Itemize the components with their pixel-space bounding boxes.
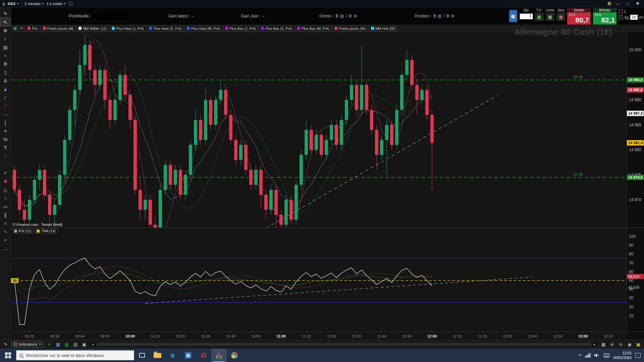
legend-item-tma-14-[interactable]: TMA (14)	[35, 228, 57, 234]
taskbar-app-trading-platform[interactable]	[211, 349, 227, 362]
check-tool[interactable]: ✔	[0, 169, 10, 177]
share-icon[interactable]: <	[46, 341, 53, 348]
taskbar-app-opera-browser[interactable]: O	[196, 349, 211, 362]
trash-tool[interactable]: ▯	[0, 68, 10, 76]
ellipse-tool[interactable]: ○	[0, 194, 10, 202]
taskbar-app-edge-browser[interactable]: e	[165, 349, 180, 362]
scrollbar-thumb[interactable]	[96, 343, 591, 346]
buy-button[interactable]: 14 9 82,1	[593, 12, 616, 24]
lock-icon[interactable]: ▣	[635, 341, 642, 348]
chart-properties-icon[interactable]: ▦	[12, 26, 18, 31]
orders-settings-icon[interactable]: ⚙	[353, 14, 357, 18]
legend-item-plus-haut-m-pr-[interactable]: Plus Haut (M, Pré)	[185, 26, 222, 31]
position-count-2: 0	[447, 14, 449, 18]
move-tool[interactable]: +	[0, 51, 10, 60]
orders-list-icon[interactable]: ▤	[340, 14, 344, 18]
taskbar-clock[interactable]: 12:01 20/01/2023	[613, 351, 632, 360]
order-options-column: L ✓ Sg 10 pts	[619, 8, 643, 20]
text-size-tool[interactable]: A	[0, 76, 10, 85]
legend-item-plus-bas-m-pr-[interactable]: Plus Bas (M, Pré)	[295, 26, 331, 31]
vertical-line-tool[interactable]: |	[0, 118, 10, 127]
export-icon[interactable]: ▣	[80, 341, 88, 348]
network-icon[interactable]	[585, 353, 591, 358]
start-button[interactable]	[0, 349, 16, 362]
taskbar-app-calculator[interactable]: ▦	[180, 349, 196, 362]
position-settings-icon[interactable]: ⚙	[451, 14, 454, 18]
spread-input[interactable]: 10	[630, 15, 638, 20]
timeframe-selector[interactable]: 2 minutes	[24, 2, 44, 6]
legend-item-points-pivots-4h-[interactable]: Points pivots (4h)	[332, 26, 368, 31]
notification-icon[interactable]	[635, 353, 641, 358]
pencil-tool[interactable]: ✎	[0, 9, 10, 18]
legend-item-plus-haut-s-pr-[interactable]: Plus Haut (S, Pré)	[147, 26, 184, 31]
taskbar-search[interactable]: Rechercher sur le web et dans Windows	[16, 350, 134, 360]
legend-item-plus-haut-j-pr-[interactable]: Plus Haut (J, Pré)	[110, 26, 146, 31]
camera-icon[interactable]: ◉	[626, 341, 633, 348]
cross-tool[interactable]: ✖	[0, 177, 10, 185]
chart-scrollbar[interactable]: ◀ ▶	[90, 342, 598, 347]
wave-tool[interactable]: ≈	[0, 236, 10, 244]
taskbar-app-task-view[interactable]	[134, 349, 150, 362]
close-button[interactable]: ✖	[634, 1, 641, 6]
svg-text:100: 100	[629, 234, 636, 239]
tray-chevron-up-icon[interactable]: ^	[579, 353, 581, 358]
text-tool[interactable]: T	[0, 143, 10, 152]
keyboard-icon[interactable]	[604, 353, 609, 358]
ray-red-tool[interactable]: ∕	[0, 102, 10, 110]
zigzag-tool[interactable]: ∿	[0, 227, 10, 236]
print-icon[interactable]: ▤	[72, 341, 79, 348]
remove-indicator-icon[interactable]: ✖	[19, 26, 24, 31]
zoom-in-icon[interactable]: ⊕	[608, 341, 616, 348]
calendar-icon[interactable]: ▦	[600, 341, 607, 348]
scroll-right-button[interactable]: ▶	[592, 343, 597, 346]
legend-item-plus-bas-j-pr-[interactable]: Plus Bas (J, Pré)	[223, 26, 258, 31]
to-order-icon[interactable]: ▦	[535, 13, 543, 20]
trend-line-tool[interactable]: ∕	[0, 93, 10, 102]
legend-item-prix[interactable]: Prix	[25, 26, 40, 31]
calculator-icon[interactable]: ▦	[509, 10, 517, 22]
sell-button[interactable]: 14 9 80,7	[567, 12, 591, 24]
arc-tool[interactable]: ∩	[0, 219, 10, 227]
position-list-icon[interactable]: ▤	[438, 14, 441, 18]
settings-wrench-tool[interactable]: ⚙	[0, 60, 10, 68]
fibonacci-tool[interactable]: ≡	[0, 127, 10, 135]
minimize-button[interactable]: —	[614, 2, 621, 6]
taskbar-app-file-explorer[interactable]	[150, 349, 165, 362]
draw-icon[interactable]: ✎	[2, 341, 9, 348]
segment-green-tool[interactable]: —	[0, 110, 10, 118]
grid-icon[interactable]: ▦	[54, 341, 62, 348]
triangle-tool[interactable]: △	[0, 185, 10, 194]
zoom-tool[interactable]: ⊕	[0, 26, 10, 35]
scroll-left-button[interactable]: ◀	[90, 343, 96, 346]
legend-item-plus-bas-s-pr-[interactable]: Plus Bas (S, Pré)	[259, 26, 294, 31]
measure-tool[interactable]: ∕	[0, 35, 10, 43]
volume-icon[interactable]	[594, 353, 600, 358]
legend-item-rsi-11-[interactable]: RSI (11)	[12, 228, 33, 234]
arrow-up-tool[interactable]: ↑	[0, 152, 10, 160]
units-selector[interactable]: 1 k unités	[47, 2, 66, 6]
cone-tool[interactable]: ▲	[0, 85, 10, 93]
info-icon[interactable]: i	[68, 1, 73, 6]
channel-tool[interactable]: ∥	[0, 210, 10, 219]
indicators-button[interactable]: Indicateurs	[11, 341, 44, 348]
chart-style-icon[interactable]: ▥	[63, 341, 70, 348]
more-tools[interactable]: …	[0, 244, 10, 252]
maximize-button[interactable]: □	[624, 2, 631, 6]
limit-order-icon[interactable]: ▦	[546, 13, 554, 20]
legend-item-points-pivots-m-[interactable]: Points pivots (M)	[41, 26, 75, 31]
legend-item-mm-hull-30-[interactable]: MM Hull (30)	[369, 26, 397, 31]
taskbar-app-paint[interactable]	[227, 349, 242, 362]
zoom-out-icon[interactable]: ⊖	[617, 341, 625, 348]
rectangle-tool[interactable]: ▭	[0, 202, 10, 210]
legend-item-mm-wilder-11-[interactable]: MM Wilder (11)	[76, 26, 109, 31]
l-checkbox[interactable]	[619, 9, 623, 13]
cursor-tool[interactable]: ↖	[0, 18, 10, 26]
price-chart[interactable]: S1 4hS2 4h15 00014 99014 98514 98014 975…	[11, 32, 644, 340]
sg-checkbox[interactable]: ✓	[619, 15, 623, 19]
arrow-down-tool[interactable]: ↓	[0, 160, 10, 169]
instrument-selector[interactable]: DAX	[8, 2, 19, 6]
duplicate-tool[interactable]: ▤	[0, 43, 10, 51]
stop-order-icon[interactable]: ▦	[557, 13, 565, 20]
quantity-input[interactable]: 1	[520, 13, 533, 19]
percent-tool[interactable]: %	[0, 135, 10, 143]
